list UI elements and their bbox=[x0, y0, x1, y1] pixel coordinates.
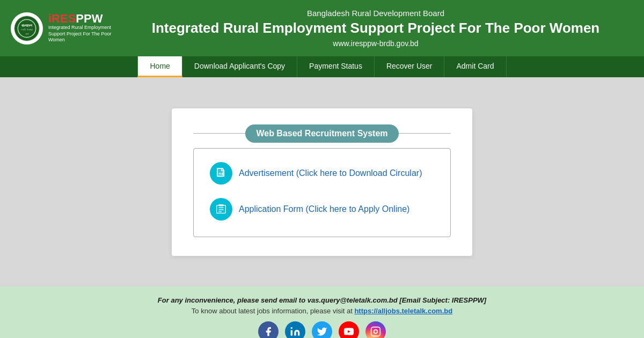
header-title: Bangladesh Rural Development Board Integ… bbox=[118, 9, 633, 47]
footer-top: For any inconvenience, please send email… bbox=[0, 286, 644, 338]
card-inner: PDF Advertisement (Click here to Downloa… bbox=[193, 148, 451, 237]
org-name: Bangladesh Rural Development Board bbox=[118, 9, 633, 18]
social-icons bbox=[11, 321, 633, 338]
pdf-icon: PDF bbox=[210, 162, 232, 185]
email-notice: For any inconvenience, please send email… bbox=[11, 296, 633, 304]
svg-rect-11 bbox=[218, 204, 223, 206]
nav-recover-user[interactable]: Recover User bbox=[375, 56, 445, 77]
card-title-area: Web Based Recruitment System bbox=[193, 124, 451, 143]
nav-payment-status[interactable]: Payment Status bbox=[297, 56, 375, 77]
jobs-link[interactable]: https://alljobs.teletalk.com.bd bbox=[354, 307, 452, 315]
project-name: Integrated Rural Employment Support Proj… bbox=[118, 20, 633, 36]
instagram-link[interactable] bbox=[365, 321, 386, 338]
jobs-notice: To know about latest jobs information, p… bbox=[11, 307, 633, 315]
advertisement-label: Advertisement (Click here to Download Ci… bbox=[239, 168, 422, 178]
nav-download[interactable]: Download Applicant's Copy bbox=[182, 56, 297, 77]
logo-emblem: বাংলাদেশ পল্লী উন্নয়ন বোর্ড bbox=[11, 12, 43, 45]
website: www.iresppw-brdb.gov.bd bbox=[118, 39, 633, 48]
linkedin-link[interactable] bbox=[285, 321, 305, 338]
recruitment-card: Web Based Recruitment System PDF Adverti… bbox=[172, 108, 472, 256]
twitter-link[interactable] bbox=[312, 321, 332, 338]
logo-ppw: PPW bbox=[76, 12, 103, 25]
youtube-link[interactable] bbox=[339, 321, 359, 338]
main-content: Web Based Recruitment System PDF Adverti… bbox=[0, 77, 644, 286]
svg-text:পল্লী উন্নয়ন: পল্লী উন্নয়ন bbox=[21, 28, 33, 32]
svg-point-12 bbox=[291, 327, 292, 329]
main-nav: Home Download Applicant's Copy Payment S… bbox=[0, 56, 644, 77]
logo-area: বাংলাদেশ পল্লী উন্নয়ন বোর্ড iRESPPW Int… bbox=[11, 12, 118, 45]
svg-text:বাংলাদেশ: বাংলাদেশ bbox=[21, 23, 32, 27]
application-label: Application Form (Click here to Apply On… bbox=[239, 204, 409, 214]
card-title: Web Based Recruitment System bbox=[245, 124, 398, 143]
form-icon bbox=[210, 198, 232, 221]
logo-ires: iRES bbox=[48, 12, 76, 25]
logo-text: iRESPPW Integrated Rural Employment Supp… bbox=[48, 13, 118, 43]
svg-rect-14 bbox=[371, 327, 380, 336]
nav-home[interactable]: Home bbox=[137, 56, 182, 77]
application-form-link[interactable]: Application Form (Click here to Apply On… bbox=[210, 198, 434, 221]
advertisement-link[interactable]: PDF Advertisement (Click here to Downloa… bbox=[210, 162, 434, 185]
logo-subtitle: Integrated Rural Employment Support Proj… bbox=[48, 25, 118, 43]
nav-admit-card[interactable]: Admit Card bbox=[444, 56, 506, 77]
svg-text:বোর্ড: বোর্ড bbox=[25, 32, 30, 35]
facebook-link[interactable] bbox=[258, 321, 279, 338]
svg-text:PDF: PDF bbox=[218, 172, 223, 175]
